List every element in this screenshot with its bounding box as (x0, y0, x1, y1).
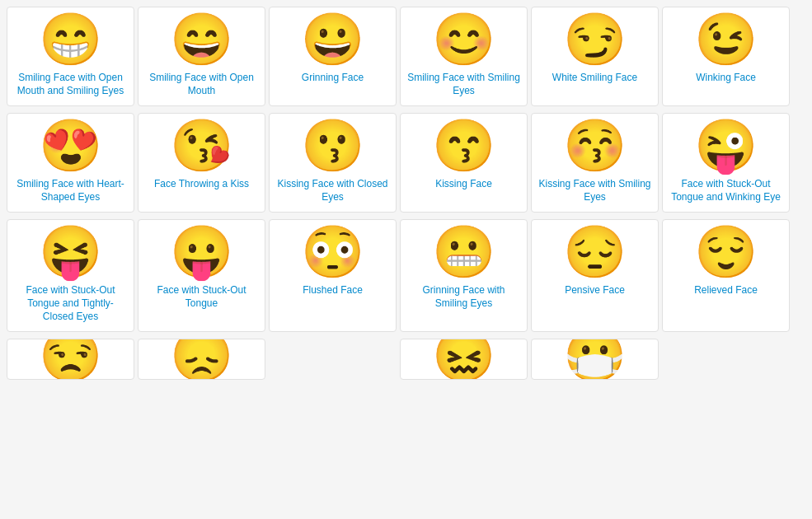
emoji-card[interactable]: 😗Kissing Face with Closed Eyes (269, 113, 397, 213)
emoji-card[interactable]: 😌Relieved Face (662, 219, 790, 332)
emoji-icon: 😌 (694, 227, 758, 278)
emoji-icon: 😗 (301, 120, 364, 171)
emoji-label: Smiling Face with Open Mouth and Smiling… (12, 72, 129, 97)
emoji-row-2: 😝Face with Stuck-Out Tongue and Tightly-… (7, 219, 805, 332)
emoji-label: Grinning Face (302, 72, 364, 85)
emoji-card[interactable]: 😳Flushed Face (269, 219, 397, 332)
emoji-icon: 😷 (563, 339, 627, 376)
emoji-icon: 😞 (170, 339, 233, 376)
emoji-icon: 😍 (39, 120, 102, 171)
emoji-card[interactable]: 😄Smiling Face with Open Mouth (138, 7, 265, 106)
emoji-label: Relieved Face (694, 284, 758, 297)
emoji-card[interactable]: 😍Smiling Face with Heart-Shaped Eyes (7, 113, 134, 213)
emoji-label: Kissing Face with Smiling Eyes (537, 178, 653, 203)
emoji-label: Smiling Face with Smiling Eyes (406, 72, 522, 97)
emoji-card[interactable]: 😜Face with Stuck-Out Tongue and Winking … (662, 113, 790, 213)
emoji-label: Smiling Face with Open Mouth (143, 72, 260, 97)
emoji-card[interactable]: 😔Pensive Face (531, 219, 659, 332)
emoji-label: Face with Stuck-Out Tongue and Tightly-C… (12, 284, 129, 323)
emoji-row-0: 😁Smiling Face with Open Mouth and Smilin… (7, 7, 805, 106)
emoji-icon: 😚 (563, 120, 627, 171)
emoji-card[interactable]: 😘Face Throwing a Kiss (138, 113, 265, 213)
emoji-label: Face with Stuck-Out Tongue and Winking E… (668, 178, 784, 203)
emoji-icon: 😖 (432, 339, 495, 376)
emoji-card[interactable]: 😚Kissing Face with Smiling Eyes (531, 113, 659, 213)
emoji-card-partial[interactable]: 😒 (7, 339, 134, 380)
emoji-icon: 😘 (170, 120, 233, 171)
emoji-label: Kissing Face (435, 178, 492, 191)
emoji-label: Winking Face (696, 72, 756, 85)
emoji-card[interactable]: 😉Winking Face (662, 7, 790, 106)
emoji-card[interactable]: 😀Grinning Face (269, 7, 397, 106)
emoji-icon: 😳 (301, 227, 364, 278)
emoji-row-3: 😒😞😖😷 (7, 339, 805, 380)
emoji-label: Smiling Face with Heart-Shaped Eyes (12, 178, 129, 203)
emoji-card[interactable]: 😊Smiling Face with Smiling Eyes (400, 7, 528, 106)
emoji-label: Kissing Face with Closed Eyes (275, 178, 391, 203)
emoji-icon: 😏 (563, 14, 627, 65)
emoji-icon: 😔 (563, 227, 627, 278)
emoji-icon: 😉 (694, 14, 758, 65)
emoji-label: White Smiling Face (552, 72, 637, 85)
emoji-row-1: 😍Smiling Face with Heart-Shaped Eyes😘Fac… (7, 113, 805, 213)
emoji-icon: 😬 (432, 227, 495, 278)
emoji-label: Flushed Face (303, 284, 363, 297)
emoji-label: Face Throwing a Kiss (154, 178, 249, 191)
emoji-icon: 😁 (39, 14, 102, 65)
emoji-card[interactable]: 😝Face with Stuck-Out Tongue and Tightly-… (7, 219, 134, 332)
emoji-gap (269, 339, 397, 380)
emoji-label: Face with Stuck-Out Tongue (143, 284, 260, 310)
emoji-icon: 😄 (170, 14, 233, 65)
emoji-icon: 😊 (432, 14, 495, 65)
emoji-label: Pensive Face (565, 284, 625, 297)
emoji-label: Grinning Face with Smiling Eyes (406, 284, 522, 310)
emoji-card-partial[interactable]: 😖 (400, 339, 528, 380)
emoji-icon: 😙 (432, 120, 495, 171)
emoji-card[interactable]: 😙Kissing Face (400, 113, 528, 213)
emoji-card[interactable]: 😁Smiling Face with Open Mouth and Smilin… (7, 7, 134, 106)
emoji-icon: 😒 (39, 339, 102, 376)
emoji-card[interactable]: 😛Face with Stuck-Out Tongue (138, 219, 265, 332)
emoji-card-partial[interactable]: 😞 (138, 339, 265, 380)
emoji-icon: 😛 (170, 227, 233, 278)
emoji-card-partial[interactable]: 😷 (531, 339, 659, 380)
emoji-grid: 😁Smiling Face with Open Mouth and Smilin… (0, 0, 812, 386)
emoji-card[interactable]: 😏White Smiling Face (531, 7, 659, 106)
emoji-card[interactable]: 😬Grinning Face with Smiling Eyes (400, 219, 528, 332)
emoji-icon: 😀 (301, 14, 364, 65)
emoji-icon: 😝 (39, 227, 102, 278)
emoji-icon: 😜 (694, 120, 758, 171)
